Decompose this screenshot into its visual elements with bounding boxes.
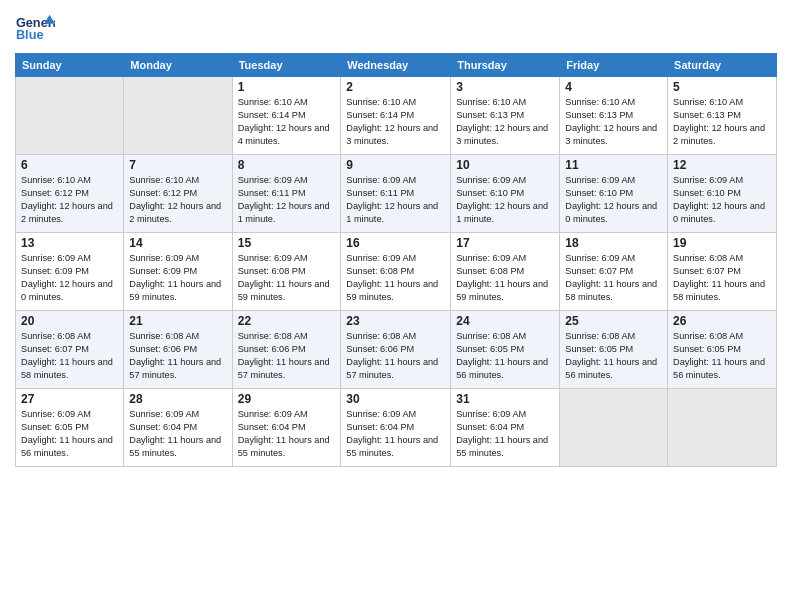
day-number: 29 bbox=[238, 392, 336, 406]
day-number: 18 bbox=[565, 236, 662, 250]
day-number: 31 bbox=[456, 392, 554, 406]
weekday-header-row: SundayMondayTuesdayWednesdayThursdayFrid… bbox=[16, 54, 777, 77]
day-cell: 4Sunrise: 6:10 AM Sunset: 6:13 PM Daylig… bbox=[560, 77, 668, 155]
day-info: Sunrise: 6:09 AM Sunset: 6:11 PM Dayligh… bbox=[238, 174, 336, 226]
day-info: Sunrise: 6:09 AM Sunset: 6:05 PM Dayligh… bbox=[21, 408, 118, 460]
header: General Blue bbox=[15, 10, 777, 45]
day-cell: 29Sunrise: 6:09 AM Sunset: 6:04 PM Dayli… bbox=[232, 389, 341, 467]
day-cell: 20Sunrise: 6:08 AM Sunset: 6:07 PM Dayli… bbox=[16, 311, 124, 389]
day-info: Sunrise: 6:09 AM Sunset: 6:09 PM Dayligh… bbox=[21, 252, 118, 304]
week-row-1: 1Sunrise: 6:10 AM Sunset: 6:14 PM Daylig… bbox=[16, 77, 777, 155]
day-info: Sunrise: 6:09 AM Sunset: 6:10 PM Dayligh… bbox=[673, 174, 771, 226]
page: General Blue SundayMondayTuesdayWednesda… bbox=[0, 0, 792, 612]
day-number: 24 bbox=[456, 314, 554, 328]
weekday-header-saturday: Saturday bbox=[668, 54, 777, 77]
week-row-5: 27Sunrise: 6:09 AM Sunset: 6:05 PM Dayli… bbox=[16, 389, 777, 467]
day-number: 6 bbox=[21, 158, 118, 172]
day-number: 22 bbox=[238, 314, 336, 328]
day-number: 5 bbox=[673, 80, 771, 94]
day-info: Sunrise: 6:09 AM Sunset: 6:08 PM Dayligh… bbox=[346, 252, 445, 304]
day-info: Sunrise: 6:08 AM Sunset: 6:07 PM Dayligh… bbox=[673, 252, 771, 304]
day-number: 26 bbox=[673, 314, 771, 328]
day-info: Sunrise: 6:08 AM Sunset: 6:05 PM Dayligh… bbox=[456, 330, 554, 382]
day-info: Sunrise: 6:09 AM Sunset: 6:04 PM Dayligh… bbox=[456, 408, 554, 460]
day-number: 8 bbox=[238, 158, 336, 172]
week-row-4: 20Sunrise: 6:08 AM Sunset: 6:07 PM Dayli… bbox=[16, 311, 777, 389]
day-cell: 2Sunrise: 6:10 AM Sunset: 6:14 PM Daylig… bbox=[341, 77, 451, 155]
week-row-2: 6Sunrise: 6:10 AM Sunset: 6:12 PM Daylig… bbox=[16, 155, 777, 233]
day-number: 3 bbox=[456, 80, 554, 94]
day-number: 12 bbox=[673, 158, 771, 172]
logo: General Blue bbox=[15, 10, 59, 45]
day-cell: 18Sunrise: 6:09 AM Sunset: 6:07 PM Dayli… bbox=[560, 233, 668, 311]
day-number: 15 bbox=[238, 236, 336, 250]
day-cell: 15Sunrise: 6:09 AM Sunset: 6:08 PM Dayli… bbox=[232, 233, 341, 311]
day-number: 11 bbox=[565, 158, 662, 172]
day-cell: 21Sunrise: 6:08 AM Sunset: 6:06 PM Dayli… bbox=[124, 311, 232, 389]
day-cell: 17Sunrise: 6:09 AM Sunset: 6:08 PM Dayli… bbox=[451, 233, 560, 311]
day-number: 20 bbox=[21, 314, 118, 328]
day-info: Sunrise: 6:08 AM Sunset: 6:05 PM Dayligh… bbox=[565, 330, 662, 382]
day-info: Sunrise: 6:09 AM Sunset: 6:07 PM Dayligh… bbox=[565, 252, 662, 304]
day-cell: 1Sunrise: 6:10 AM Sunset: 6:14 PM Daylig… bbox=[232, 77, 341, 155]
day-cell bbox=[668, 389, 777, 467]
day-cell: 10Sunrise: 6:09 AM Sunset: 6:10 PM Dayli… bbox=[451, 155, 560, 233]
week-row-3: 13Sunrise: 6:09 AM Sunset: 6:09 PM Dayli… bbox=[16, 233, 777, 311]
day-cell: 24Sunrise: 6:08 AM Sunset: 6:05 PM Dayli… bbox=[451, 311, 560, 389]
day-cell: 26Sunrise: 6:08 AM Sunset: 6:05 PM Dayli… bbox=[668, 311, 777, 389]
day-cell: 12Sunrise: 6:09 AM Sunset: 6:10 PM Dayli… bbox=[668, 155, 777, 233]
day-info: Sunrise: 6:10 AM Sunset: 6:12 PM Dayligh… bbox=[129, 174, 226, 226]
day-number: 23 bbox=[346, 314, 445, 328]
day-cell: 16Sunrise: 6:09 AM Sunset: 6:08 PM Dayli… bbox=[341, 233, 451, 311]
day-cell: 3Sunrise: 6:10 AM Sunset: 6:13 PM Daylig… bbox=[451, 77, 560, 155]
day-info: Sunrise: 6:08 AM Sunset: 6:06 PM Dayligh… bbox=[238, 330, 336, 382]
day-number: 25 bbox=[565, 314, 662, 328]
day-cell bbox=[560, 389, 668, 467]
day-info: Sunrise: 6:09 AM Sunset: 6:09 PM Dayligh… bbox=[129, 252, 226, 304]
calendar-table: SundayMondayTuesdayWednesdayThursdayFrid… bbox=[15, 53, 777, 467]
day-number: 27 bbox=[21, 392, 118, 406]
day-info: Sunrise: 6:09 AM Sunset: 6:10 PM Dayligh… bbox=[456, 174, 554, 226]
day-number: 4 bbox=[565, 80, 662, 94]
day-number: 30 bbox=[346, 392, 445, 406]
day-info: Sunrise: 6:08 AM Sunset: 6:07 PM Dayligh… bbox=[21, 330, 118, 382]
day-number: 28 bbox=[129, 392, 226, 406]
day-cell: 14Sunrise: 6:09 AM Sunset: 6:09 PM Dayli… bbox=[124, 233, 232, 311]
day-number: 7 bbox=[129, 158, 226, 172]
day-info: Sunrise: 6:08 AM Sunset: 6:05 PM Dayligh… bbox=[673, 330, 771, 382]
weekday-header-monday: Monday bbox=[124, 54, 232, 77]
day-info: Sunrise: 6:10 AM Sunset: 6:13 PM Dayligh… bbox=[673, 96, 771, 148]
day-cell: 5Sunrise: 6:10 AM Sunset: 6:13 PM Daylig… bbox=[668, 77, 777, 155]
day-cell: 30Sunrise: 6:09 AM Sunset: 6:04 PM Dayli… bbox=[341, 389, 451, 467]
day-number: 13 bbox=[21, 236, 118, 250]
day-info: Sunrise: 6:10 AM Sunset: 6:12 PM Dayligh… bbox=[21, 174, 118, 226]
day-cell: 8Sunrise: 6:09 AM Sunset: 6:11 PM Daylig… bbox=[232, 155, 341, 233]
day-number: 2 bbox=[346, 80, 445, 94]
day-number: 14 bbox=[129, 236, 226, 250]
day-info: Sunrise: 6:09 AM Sunset: 6:11 PM Dayligh… bbox=[346, 174, 445, 226]
day-cell: 13Sunrise: 6:09 AM Sunset: 6:09 PM Dayli… bbox=[16, 233, 124, 311]
logo-icon: General Blue bbox=[15, 10, 55, 45]
day-cell bbox=[124, 77, 232, 155]
weekday-header-thursday: Thursday bbox=[451, 54, 560, 77]
day-info: Sunrise: 6:09 AM Sunset: 6:04 PM Dayligh… bbox=[346, 408, 445, 460]
svg-text:Blue: Blue bbox=[16, 27, 44, 42]
day-cell: 19Sunrise: 6:08 AM Sunset: 6:07 PM Dayli… bbox=[668, 233, 777, 311]
day-number: 9 bbox=[346, 158, 445, 172]
day-number: 19 bbox=[673, 236, 771, 250]
day-cell: 9Sunrise: 6:09 AM Sunset: 6:11 PM Daylig… bbox=[341, 155, 451, 233]
day-cell: 27Sunrise: 6:09 AM Sunset: 6:05 PM Dayli… bbox=[16, 389, 124, 467]
day-info: Sunrise: 6:10 AM Sunset: 6:13 PM Dayligh… bbox=[456, 96, 554, 148]
day-number: 21 bbox=[129, 314, 226, 328]
day-cell: 28Sunrise: 6:09 AM Sunset: 6:04 PM Dayli… bbox=[124, 389, 232, 467]
day-number: 1 bbox=[238, 80, 336, 94]
day-info: Sunrise: 6:10 AM Sunset: 6:14 PM Dayligh… bbox=[238, 96, 336, 148]
day-number: 17 bbox=[456, 236, 554, 250]
day-info: Sunrise: 6:09 AM Sunset: 6:10 PM Dayligh… bbox=[565, 174, 662, 226]
day-cell: 7Sunrise: 6:10 AM Sunset: 6:12 PM Daylig… bbox=[124, 155, 232, 233]
day-info: Sunrise: 6:09 AM Sunset: 6:04 PM Dayligh… bbox=[129, 408, 226, 460]
day-cell: 11Sunrise: 6:09 AM Sunset: 6:10 PM Dayli… bbox=[560, 155, 668, 233]
day-info: Sunrise: 6:09 AM Sunset: 6:04 PM Dayligh… bbox=[238, 408, 336, 460]
weekday-header-tuesday: Tuesday bbox=[232, 54, 341, 77]
day-number: 10 bbox=[456, 158, 554, 172]
